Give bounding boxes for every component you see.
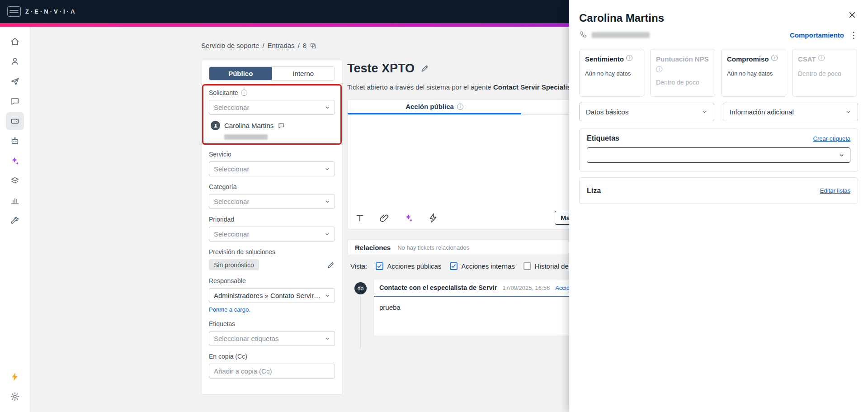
metric-csat: CSATi Dentro de poco [792, 49, 857, 97]
redacted-phone [592, 32, 650, 38]
checkbox-checked[interactable] [450, 262, 458, 270]
categoria-select[interactable]: Seleccionar [209, 194, 335, 209]
attachment-button[interactable] [379, 213, 389, 223]
open-chat-button[interactable] [278, 122, 285, 129]
sidebar-item-tools[interactable] [6, 212, 24, 230]
kebab-menu-icon[interactable]: ⋮ [849, 31, 858, 39]
copy-button[interactable] [310, 42, 317, 49]
etiquetas-panel-select[interactable] [587, 147, 850, 163]
contact-panel: Carolina Martins Comportamiento ⋮ Sentim… [569, 0, 868, 412]
ai-assist-button[interactable] [404, 213, 414, 223]
sidebar-item-bots[interactable] [6, 132, 24, 150]
wrench-icon [10, 216, 20, 226]
person-icon [213, 123, 218, 128]
tab-publico[interactable]: Público [209, 67, 272, 80]
editar-listas-link[interactable]: Editar listas [820, 187, 850, 194]
chart-icon [10, 196, 20, 206]
info-icon[interactable]: i [241, 90, 247, 96]
edit-prevision-button[interactable] [327, 261, 335, 269]
servicio-label: Servicio [209, 151, 335, 158]
breadcrumb-item-entradas[interactable]: Entradas [268, 42, 295, 49]
avatar: do [354, 282, 367, 294]
zap-icon [428, 213, 438, 223]
sidebar-item-chats[interactable] [6, 92, 24, 110]
sidebar-item-tickets[interactable] [6, 112, 24, 130]
breadcrumb-separator: / [262, 42, 264, 49]
person-icon [10, 57, 20, 66]
zenvia-wordmark: Z·E·N·V·I·A [25, 8, 76, 15]
sidebar [0, 27, 30, 412]
chevron-down-icon [325, 199, 330, 204]
solicitante-label: Solicitante [209, 89, 238, 96]
filter-acciones-internas[interactable]: Acciones internas [450, 262, 514, 270]
metric-sentimiento: Sentimientoi Aún no hay datos [579, 49, 644, 97]
metric-value: Aún no hay datos [585, 70, 638, 77]
filter-acciones-publicas[interactable]: Acciones públicas [376, 262, 441, 270]
contact-name-title: Carolina Martins [579, 12, 664, 24]
phone-icon [579, 31, 587, 39]
responsable-select[interactable]: Administradores » Contato Servir Spec [209, 288, 335, 303]
info-icon[interactable]: i [818, 55, 825, 61]
tab-interno[interactable]: Interno [272, 67, 335, 80]
assign-to-me-link[interactable]: Ponme a cargo. [209, 306, 250, 313]
agent-name: Contact Servir Specialist [493, 83, 573, 91]
behavior-link[interactable]: Comportamiento [790, 31, 844, 39]
close-button[interactable] [848, 11, 856, 19]
responsable-label: Responsable [209, 277, 335, 284]
metric-nps: Puntuación NPSi Dentro de poco [650, 49, 715, 97]
pencil-icon [420, 64, 429, 73]
timeline-connector [360, 295, 361, 348]
checkbox-checked[interactable] [376, 262, 383, 270]
quick-reply-button[interactable] [428, 213, 438, 223]
robot-icon [10, 136, 20, 146]
gear-icon [10, 392, 20, 402]
relations-bar[interactable]: Relaciones No hay tickets relacionados [347, 240, 569, 255]
etiquetas-title: Etiquetas [587, 134, 619, 142]
chevron-down-icon [845, 109, 851, 115]
info-icon[interactable]: i [656, 66, 662, 72]
contact-phone-row: Comportamiento ⋮ [579, 30, 858, 40]
etiquetas-select[interactable]: Seleccionar etiquetas [209, 331, 335, 346]
info-icon[interactable]: i [771, 55, 778, 61]
sidebar-item-reports[interactable] [6, 192, 24, 210]
sidebar-item-campaigns[interactable] [6, 72, 24, 90]
breadcrumb-item-soporte[interactable]: Servicio de soporte [201, 42, 259, 49]
solicitante-select[interactable]: Seleccionar [209, 100, 335, 115]
cc-input[interactable] [209, 364, 335, 379]
sidebar-item-ai[interactable] [6, 152, 24, 170]
sidebar-item-home[interactable] [6, 33, 24, 51]
liza-card: Liza Editar listas [579, 177, 858, 204]
pencil-icon [327, 261, 335, 269]
chevron-down-icon [325, 105, 330, 110]
sidebar-item-contacts[interactable] [6, 52, 24, 71]
info-icon[interactable]: i [626, 55, 632, 61]
categoria-label: Categoría [209, 183, 335, 190]
paperclip-icon [379, 213, 389, 223]
prioridad-label: Prioridad [209, 216, 335, 223]
tab-accion-publica[interactable]: Acción pública i [348, 100, 521, 114]
prevision-chip: Sin pronóstico [209, 259, 259, 270]
sidebar-item-energy[interactable] [6, 368, 24, 386]
visibility-tabs: Público Interno [209, 66, 335, 81]
prevision-row: Sin pronóstico [209, 259, 335, 270]
checkbox-unchecked[interactable] [524, 262, 531, 270]
metric-value: Dentro de poco [656, 79, 709, 86]
crear-etiqueta-link[interactable]: Crear etiqueta [813, 135, 850, 142]
liza-title: Liza [587, 187, 601, 195]
home-icon [10, 37, 20, 47]
ticket-properties-card: Público Interno Solicitante i Selecciona… [201, 60, 343, 395]
accordion-datos-basicos[interactable]: Datos básicos [579, 103, 714, 121]
relations-title: Relaciones [355, 244, 391, 251]
behavior-actions: Comportamiento ⋮ [790, 31, 858, 39]
edit-title-button[interactable] [420, 64, 429, 73]
sidebar-item-settings[interactable] [6, 388, 24, 406]
sidebar-item-integrations[interactable] [6, 172, 24, 190]
prioridad-select[interactable]: Seleccionar [209, 227, 335, 242]
info-icon[interactable]: i [457, 104, 463, 110]
servicio-select[interactable]: Seleccionar [209, 161, 335, 176]
accordion-informacion-adicional[interactable]: Información adicional [723, 103, 858, 121]
text-format-button[interactable] [355, 213, 365, 223]
action-author: Contacte con el especialista de Servir [379, 284, 497, 291]
check-icon [451, 264, 456, 269]
metric-compromiso: Compromisoi Aún no hay datos [721, 49, 786, 97]
